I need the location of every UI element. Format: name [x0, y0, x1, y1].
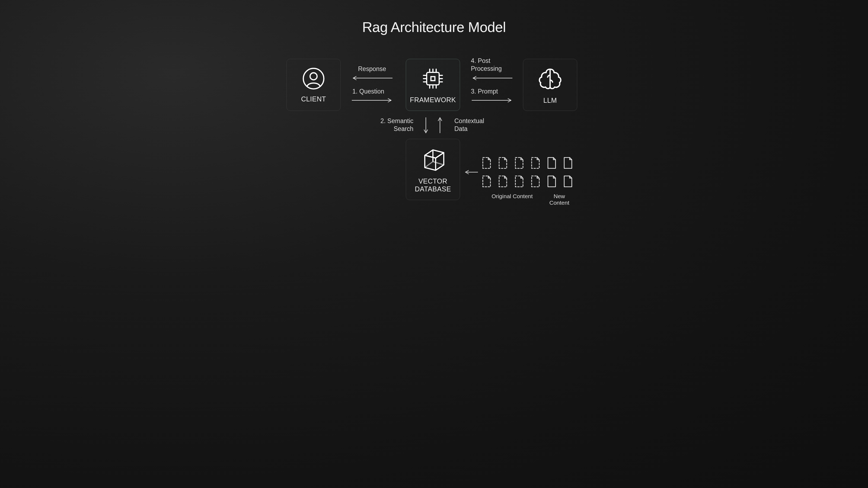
label-semantic-search: 2. SemanticSearch — [378, 117, 413, 133]
brain-icon — [535, 66, 565, 92]
original-doc-icon — [529, 174, 541, 188]
documents-area: Original Content New Content — [480, 156, 575, 206]
original-doc-icon — [480, 174, 493, 188]
arrow-framework-to-vector — [423, 116, 429, 134]
node-llm-label: LLM — [543, 97, 557, 104]
svg-marker-18 — [425, 155, 436, 170]
arrow-llm-to-framework — [470, 75, 514, 81]
node-vector-database: VECTORDATABASE — [406, 139, 460, 200]
label-contextual-data: ContextualData — [454, 117, 484, 133]
node-framework-label: FRAMEWORK — [410, 96, 456, 104]
original-doc-icon — [497, 156, 509, 170]
svg-rect-2 — [427, 72, 439, 85]
diagram-stage: Rag Architecture Model CLIENT — [237, 0, 631, 221]
original-doc-icon — [480, 156, 493, 170]
user-icon — [302, 67, 325, 90]
arrow-client-to-framework — [350, 98, 394, 103]
svg-rect-3 — [431, 76, 435, 80]
original-doc-icon — [497, 174, 509, 188]
original-doc-icon — [513, 156, 525, 170]
original-doc-icon — [529, 156, 541, 170]
svg-point-1 — [310, 73, 317, 80]
svg-line-21 — [425, 162, 433, 167]
label-question: 1. Question — [352, 88, 384, 95]
cube-icon — [420, 146, 446, 173]
label-prompt: 3. Prompt — [471, 88, 498, 95]
label-new-content: New Content — [544, 193, 575, 206]
new-doc-icon — [546, 156, 558, 170]
arrow-docs-to-vector — [464, 169, 479, 175]
node-client: CLIENT — [286, 59, 341, 111]
arrow-framework-to-client — [350, 75, 394, 81]
label-response: Response — [358, 65, 386, 73]
label-post-processing: 4. PostProcessing — [471, 57, 502, 73]
svg-marker-19 — [436, 153, 444, 170]
new-doc-icon — [562, 174, 574, 188]
arrow-vector-to-framework — [437, 116, 443, 134]
node-client-label: CLIENT — [301, 95, 326, 103]
cpu-icon — [421, 66, 445, 91]
svg-point-0 — [303, 68, 324, 89]
new-doc-icon — [546, 174, 558, 188]
diagram-title: Rag Architecture Model — [237, 19, 631, 35]
documents-grid — [480, 156, 575, 188]
original-doc-icon — [513, 174, 525, 188]
node-llm: LLM — [523, 59, 577, 111]
arrow-framework-to-llm — [470, 98, 514, 103]
svg-line-22 — [433, 162, 444, 165]
new-doc-icon — [562, 156, 574, 170]
node-framework: FRAMEWORK — [406, 59, 460, 111]
node-vector-label: VECTORDATABASE — [415, 177, 451, 193]
label-original-content: Original Content — [480, 193, 544, 206]
